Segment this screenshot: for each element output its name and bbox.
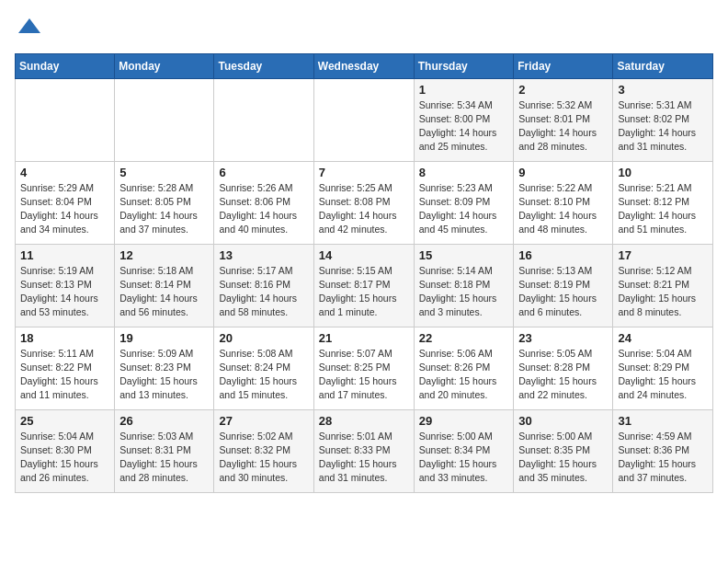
day-info: Sunrise: 5:00 AMSunset: 8:35 PMDaylight:…	[518, 430, 608, 486]
calendar-cell: 7Sunrise: 5:25 AMSunset: 8:08 PMDaylight…	[313, 161, 414, 244]
day-number: 19	[119, 331, 209, 345]
calendar-cell	[115, 78, 214, 161]
calendar-cell: 13Sunrise: 5:17 AMSunset: 8:16 PMDayligh…	[214, 244, 313, 327]
day-number: 26	[119, 414, 209, 428]
day-number: 30	[518, 414, 608, 428]
day-number: 6	[219, 166, 308, 179]
weekday-header-sunday: Sunday	[16, 53, 115, 78]
svg-marker-0	[18, 18, 40, 33]
day-number: 10	[618, 166, 708, 179]
calendar-table: SundayMondayTuesdayWednesdayThursdayFrid…	[15, 53, 713, 493]
calendar-cell: 2Sunrise: 5:32 AMSunset: 8:01 PMDaylight…	[514, 78, 613, 161]
calendar-cell: 24Sunrise: 5:04 AMSunset: 8:29 PMDayligh…	[613, 327, 713, 409]
day-info: Sunrise: 5:25 AMSunset: 8:08 PMDaylight:…	[319, 181, 409, 237]
calendar-week-4: 18Sunrise: 5:11 AMSunset: 8:22 PMDayligh…	[16, 327, 713, 409]
day-number: 4	[20, 166, 109, 179]
day-number: 8	[419, 166, 509, 179]
day-info: Sunrise: 5:04 AMSunset: 8:29 PMDaylight:…	[618, 347, 708, 403]
calendar-cell: 30Sunrise: 5:00 AMSunset: 8:35 PMDayligh…	[514, 409, 613, 492]
calendar-cell: 28Sunrise: 5:01 AMSunset: 8:33 PMDayligh…	[313, 409, 414, 492]
calendar-cell: 10Sunrise: 5:21 AMSunset: 8:12 PMDayligh…	[613, 161, 713, 244]
weekday-header-thursday: Thursday	[414, 53, 514, 78]
day-number: 17	[618, 248, 708, 262]
day-info: Sunrise: 5:17 AMSunset: 8:16 PMDaylight:…	[219, 264, 308, 320]
day-info: Sunrise: 5:04 AMSunset: 8:30 PMDaylight:…	[20, 430, 109, 486]
day-number: 12	[119, 248, 209, 262]
logo-icon	[17, 15, 42, 40]
weekday-header-tuesday: Tuesday	[214, 53, 313, 78]
calendar-cell: 5Sunrise: 5:28 AMSunset: 8:05 PMDaylight…	[115, 161, 214, 244]
day-number: 16	[518, 248, 608, 262]
calendar-cell: 20Sunrise: 5:08 AMSunset: 8:24 PMDayligh…	[214, 327, 313, 409]
calendar-cell: 21Sunrise: 5:07 AMSunset: 8:25 PMDayligh…	[313, 327, 414, 409]
calendar-cell: 19Sunrise: 5:09 AMSunset: 8:23 PMDayligh…	[115, 327, 214, 409]
day-number: 22	[419, 331, 509, 345]
day-info: Sunrise: 5:14 AMSunset: 8:18 PMDaylight:…	[419, 264, 509, 320]
day-info: Sunrise: 5:08 AMSunset: 8:24 PMDaylight:…	[219, 347, 308, 403]
day-number: 2	[518, 83, 608, 97]
weekday-header-saturday: Saturday	[613, 53, 713, 78]
day-number: 25	[20, 414, 109, 428]
calendar-cell	[16, 78, 115, 161]
day-info: Sunrise: 5:22 AMSunset: 8:10 PMDaylight:…	[518, 181, 608, 237]
day-info: Sunrise: 5:28 AMSunset: 8:05 PMDaylight:…	[119, 181, 209, 237]
calendar-cell: 18Sunrise: 5:11 AMSunset: 8:22 PMDayligh…	[16, 327, 115, 409]
day-number: 29	[419, 414, 509, 428]
calendar-cell: 3Sunrise: 5:31 AMSunset: 8:02 PMDaylight…	[613, 78, 713, 161]
day-number: 1	[419, 83, 509, 97]
day-info: Sunrise: 5:01 AMSunset: 8:33 PMDaylight:…	[319, 430, 409, 486]
calendar-cell: 26Sunrise: 5:03 AMSunset: 8:31 PMDayligh…	[115, 409, 214, 492]
day-info: Sunrise: 5:21 AMSunset: 8:12 PMDaylight:…	[618, 181, 708, 237]
day-info: Sunrise: 5:29 AMSunset: 8:04 PMDaylight:…	[20, 181, 109, 237]
calendar-cell: 15Sunrise: 5:14 AMSunset: 8:18 PMDayligh…	[414, 244, 514, 327]
calendar-week-1: 1Sunrise: 5:34 AMSunset: 8:00 PMDaylight…	[16, 78, 713, 161]
calendar-cell: 27Sunrise: 5:02 AMSunset: 8:32 PMDayligh…	[214, 409, 313, 492]
calendar-cell	[214, 78, 313, 161]
day-info: Sunrise: 5:13 AMSunset: 8:19 PMDaylight:…	[518, 264, 608, 320]
day-info: Sunrise: 5:18 AMSunset: 8:14 PMDaylight:…	[119, 264, 209, 320]
weekday-header-friday: Friday	[514, 53, 613, 78]
day-info: Sunrise: 5:05 AMSunset: 8:28 PMDaylight:…	[518, 347, 608, 403]
day-number: 3	[618, 83, 708, 97]
day-info: Sunrise: 5:32 AMSunset: 8:01 PMDaylight:…	[518, 98, 608, 155]
weekday-header-monday: Monday	[115, 53, 214, 78]
calendar-cell: 17Sunrise: 5:12 AMSunset: 8:21 PMDayligh…	[613, 244, 713, 327]
calendar-cell: 1Sunrise: 5:34 AMSunset: 8:00 PMDaylight…	[414, 78, 514, 161]
calendar-cell: 9Sunrise: 5:22 AMSunset: 8:10 PMDaylight…	[514, 161, 613, 244]
day-number: 15	[419, 248, 509, 262]
day-info: Sunrise: 5:07 AMSunset: 8:25 PMDaylight:…	[319, 347, 409, 403]
day-info: Sunrise: 5:19 AMSunset: 8:13 PMDaylight:…	[20, 264, 109, 320]
day-info: Sunrise: 5:12 AMSunset: 8:21 PMDaylight:…	[618, 264, 708, 320]
day-info: Sunrise: 5:02 AMSunset: 8:32 PMDaylight:…	[219, 430, 308, 486]
calendar-cell: 14Sunrise: 5:15 AMSunset: 8:17 PMDayligh…	[313, 244, 414, 327]
day-info: Sunrise: 5:23 AMSunset: 8:09 PMDaylight:…	[419, 181, 509, 237]
calendar-cell: 6Sunrise: 5:26 AMSunset: 8:06 PMDaylight…	[214, 161, 313, 244]
day-number: 24	[618, 331, 708, 345]
day-number: 20	[219, 331, 308, 345]
day-info: Sunrise: 5:15 AMSunset: 8:17 PMDaylight:…	[319, 264, 409, 320]
day-info: Sunrise: 5:26 AMSunset: 8:06 PMDaylight:…	[219, 181, 308, 237]
weekday-header-wednesday: Wednesday	[313, 53, 414, 78]
calendar-cell: 4Sunrise: 5:29 AMSunset: 8:04 PMDaylight…	[16, 161, 115, 244]
calendar-week-3: 11Sunrise: 5:19 AMSunset: 8:13 PMDayligh…	[16, 244, 713, 327]
calendar-cell: 11Sunrise: 5:19 AMSunset: 8:13 PMDayligh…	[16, 244, 115, 327]
day-number: 31	[618, 414, 708, 428]
day-info: Sunrise: 5:03 AMSunset: 8:31 PMDaylight:…	[119, 430, 209, 486]
day-info: Sunrise: 5:00 AMSunset: 8:34 PMDaylight:…	[419, 430, 509, 486]
day-info: Sunrise: 5:06 AMSunset: 8:26 PMDaylight:…	[419, 347, 509, 403]
calendar-week-2: 4Sunrise: 5:29 AMSunset: 8:04 PMDaylight…	[16, 161, 713, 244]
day-number: 7	[319, 166, 409, 179]
day-info: Sunrise: 5:34 AMSunset: 8:00 PMDaylight:…	[419, 98, 509, 155]
day-info: Sunrise: 5:11 AMSunset: 8:22 PMDaylight:…	[20, 347, 109, 403]
day-info: Sunrise: 4:59 AMSunset: 8:36 PMDaylight:…	[618, 430, 708, 486]
day-number: 14	[319, 248, 409, 262]
page-header	[15, 15, 713, 46]
day-info: Sunrise: 5:09 AMSunset: 8:23 PMDaylight:…	[119, 347, 209, 403]
calendar-cell: 25Sunrise: 5:04 AMSunset: 8:30 PMDayligh…	[16, 409, 115, 492]
calendar-cell: 22Sunrise: 5:06 AMSunset: 8:26 PMDayligh…	[414, 327, 514, 409]
day-number: 27	[219, 414, 308, 428]
day-number: 5	[119, 166, 209, 179]
weekday-header-row: SundayMondayTuesdayWednesdayThursdayFrid…	[16, 53, 713, 78]
calendar-week-5: 25Sunrise: 5:04 AMSunset: 8:30 PMDayligh…	[16, 409, 713, 492]
calendar-cell: 12Sunrise: 5:18 AMSunset: 8:14 PMDayligh…	[115, 244, 214, 327]
